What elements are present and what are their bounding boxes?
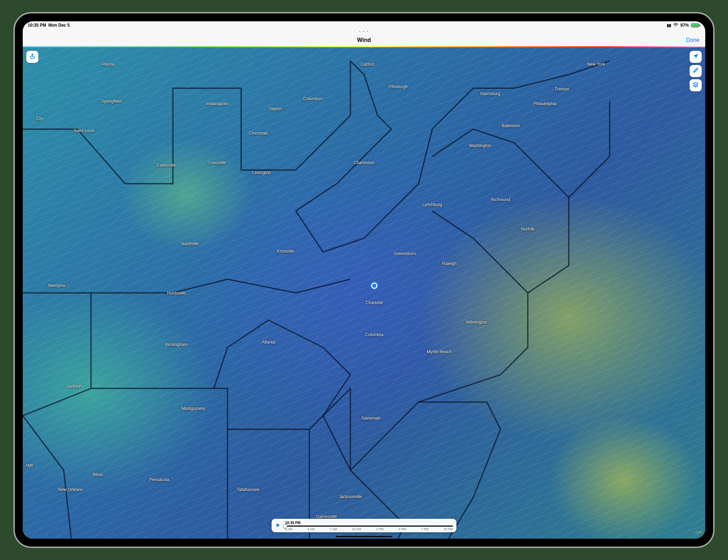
city-label: New York [587,62,605,67]
city-label: Columbia [365,332,383,337]
timeline-knob[interactable] [283,524,287,528]
city-label: uge [26,463,33,468]
city-label: Peoria [102,62,114,67]
city-label: Dayton [268,106,282,111]
timeline-current-time: 10:35 PM [285,521,453,525]
city-label: Springfield [101,99,122,104]
layers-button[interactable] [690,79,702,91]
city-label: Saint Louis [74,128,95,133]
city-label: Atlanta [262,340,275,345]
city-label: Norfolk [521,227,535,232]
city-label: Memphis [48,283,66,288]
timeline-ticks: 1 AM4 AM7 AM10 AM1 PM4 PM7 PM10 PM [285,527,453,531]
timeline-tick: 10 AM [352,527,361,531]
city-label: Baltimore [502,123,520,128]
city-label: Huntsville [167,291,186,296]
share-button[interactable] [26,51,38,63]
city-label: Lynchburg [422,202,442,207]
done-button[interactable]: Done [686,37,700,43]
wifi-icon [673,23,678,28]
city-label: Birmingham [165,342,188,347]
home-indicator[interactable] [336,536,392,537]
battery-icon [691,23,700,27]
city-label: Savannah [361,416,380,421]
timeline-tick: 7 AM [330,527,337,531]
city-label: Pittsburgh [389,84,408,89]
city-label: Pensacola [149,477,169,482]
multitask-dots[interactable]: • • • [23,29,705,34]
city-label: Lexington [252,170,271,175]
timeline-tick: 1 PM [376,527,384,531]
city-label: Tallahassee [237,487,259,492]
city-label: Cincinnati [249,131,268,136]
city-label: Columbus [303,96,322,101]
cellular-icon: ▮▮ [667,23,671,27]
city-label: Myrtle Beach [427,349,451,354]
timeline-scrubber[interactable]: 10:35 PM 1 AM4 AM7 AM10 AM1 PM4 PM7 PM10… [272,519,456,532]
legal-link[interactable]: Legal [694,530,702,534]
city-label: Trenton [555,87,569,92]
city-label: Charlotte [365,300,383,305]
page-title: Wind [357,37,371,43]
timeline-tick: 10 PM [444,527,453,531]
city-label: Jackson [66,384,82,389]
state-borders [23,47,705,539]
city-label: New Orleans [58,487,83,492]
city-label: Knoxville [277,249,294,254]
city-label: Harrisburg [480,91,500,96]
city-label: Philadelphia [533,101,556,106]
share-icon [29,53,36,61]
city-label: Indianapolis [206,101,229,106]
play-button[interactable] [274,522,282,530]
timeline-tick: 4 AM [307,527,315,531]
city-label: Wilmington [466,320,487,325]
layers-icon [692,81,699,89]
city-label: Montgomery [182,406,205,411]
screen: 10:35 PM Mon Dec 5 ▮▮ 97% • • • Wind [23,21,705,539]
status-date: Mon Dec 5 [48,23,70,28]
location-arrow-icon [692,53,699,61]
city-label: Richmond [491,197,510,202]
wind-map[interactable]: PeoriaSpringfieldCitySaint LouisIndianap… [23,47,705,539]
battery-percent: 97% [680,23,689,28]
eyedropper-icon [692,67,699,75]
city-label: Evansville [156,163,176,168]
status-time: 10:35 PM [28,23,46,28]
city-label: Canton [360,62,374,67]
city-label: City [36,116,44,121]
city-label: Washington [469,143,491,148]
app-bar: Wind Done [23,34,705,46]
city-label: Louisville [209,160,226,165]
locate-button[interactable] [690,51,702,63]
eyedropper-button[interactable] [690,65,702,77]
city-label: Biloxi [93,472,103,477]
wind-streaks-overlay [23,47,705,539]
status-bar: 10:35 PM Mon Dec 5 ▮▮ 97% [23,21,705,29]
city-label: Charleston [354,160,374,165]
city-label: Gainesville [316,514,337,519]
timeline-track[interactable] [285,526,453,527]
play-icon [275,522,281,529]
city-label: Raleigh [442,261,457,266]
city-label: Greensboro [394,251,416,256]
user-location-dot [371,282,378,289]
timeline-tick: 4 PM [398,527,406,531]
city-label: Nashville [181,241,199,246]
timeline-tick: 7 PM [421,527,429,531]
city-label: Jacksonville [339,494,362,499]
